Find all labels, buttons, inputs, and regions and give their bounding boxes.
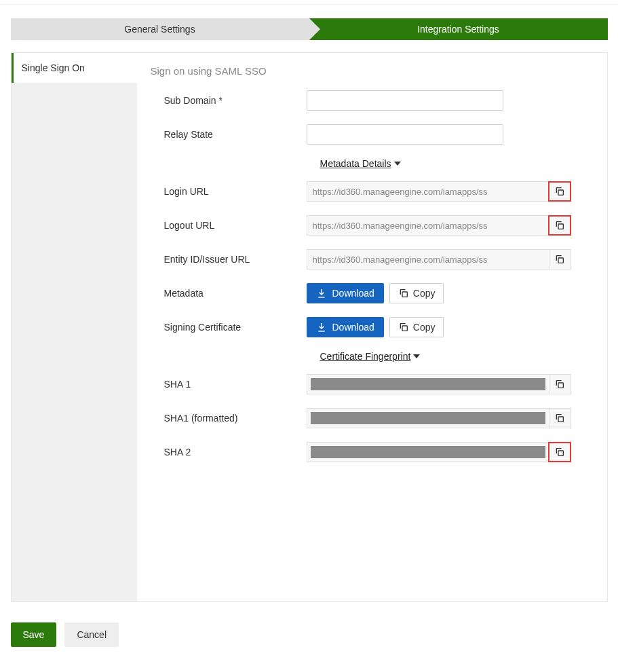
caret-down-icon [413,354,420,358]
copy-sha1-button[interactable] [549,375,571,394]
svg-rect-4 [402,326,407,331]
svg-rect-3 [402,292,407,297]
sidebar-item-sso[interactable]: Single Sign On [12,53,137,83]
sha2-value-redacted [311,446,545,458]
logout-url-label: Logout URL [151,220,307,231]
sha1-value-redacted [311,378,545,390]
copy-icon [554,186,565,197]
svg-rect-5 [558,383,563,388]
collapsible-label-text: Certificate Fingerprint [320,351,411,362]
copy-icon [398,288,409,299]
metadata-label: Metadata [151,288,307,299]
cancel-button[interactable]: Cancel [64,622,119,647]
copy-sha2-button[interactable] [549,443,571,462]
sidebar: Single Sign On [12,53,137,601]
download-cert-button[interactable]: Download [307,317,384,337]
logout-url-value[interactable] [307,216,549,235]
tab-label: General Settings [124,24,195,35]
caret-down-icon [394,162,401,166]
save-button[interactable]: Save [11,622,57,647]
sidebar-item-label: Single Sign On [22,62,85,73]
button-label: Copy [413,288,436,299]
entity-id-label: Entity ID/Issuer URL [151,254,307,265]
svg-rect-2 [558,258,563,263]
tab-general-settings[interactable]: General Settings [11,18,309,40]
svg-rect-6 [558,417,563,422]
sha2-label: SHA 2 [151,447,307,458]
sha1-formatted-label: SHA1 (formatted) [151,413,307,424]
svg-rect-7 [558,451,563,455]
sub-domain-label: Sub Domain * [151,95,307,106]
relay-state-input[interactable] [307,124,503,145]
copy-icon [554,379,565,390]
copy-metadata-button[interactable]: Copy [389,283,444,303]
tab-label: Integration Settings [417,24,499,35]
button-label: Download [332,322,374,333]
svg-rect-0 [558,190,563,195]
copy-cert-button[interactable]: Copy [389,317,444,337]
metadata-details-toggle[interactable]: Metadata Details [320,158,401,169]
download-icon [316,288,327,299]
copy-icon [398,322,409,333]
sub-domain-input[interactable] [307,90,503,111]
entity-id-value[interactable] [307,250,549,269]
tab-integration-settings[interactable]: Integration Settings [309,18,608,40]
download-icon [316,322,327,333]
button-label: Save [23,629,45,640]
copy-login-url-button[interactable] [549,182,571,201]
signing-cert-label: Signing Certificate [151,322,307,333]
svg-rect-1 [558,224,563,229]
copy-entity-id-button[interactable] [549,250,571,269]
sha1-label: SHA 1 [151,379,307,390]
download-metadata-button[interactable]: Download [307,283,384,303]
copy-logout-url-button[interactable] [549,216,571,235]
copy-icon [554,254,565,265]
cert-fingerprint-toggle[interactable]: Certificate Fingerprint [320,351,421,362]
copy-icon [554,447,565,458]
button-label: Download [332,288,374,299]
relay-state-label: Relay State [151,129,307,140]
copy-sha1-formatted-button[interactable] [549,409,571,428]
collapsible-label-text: Metadata Details [320,158,391,169]
button-label: Cancel [77,629,107,640]
section-title: Sign on using SAML SSO [151,65,594,77]
button-label: Copy [413,322,436,333]
copy-icon [554,220,565,231]
wizard-tabs: General Settings Integration Settings [11,18,608,40]
sha1-formatted-value-redacted [311,412,545,424]
login-url-label: Login URL [151,186,307,197]
copy-icon [554,413,565,424]
login-url-value[interactable] [307,182,549,201]
